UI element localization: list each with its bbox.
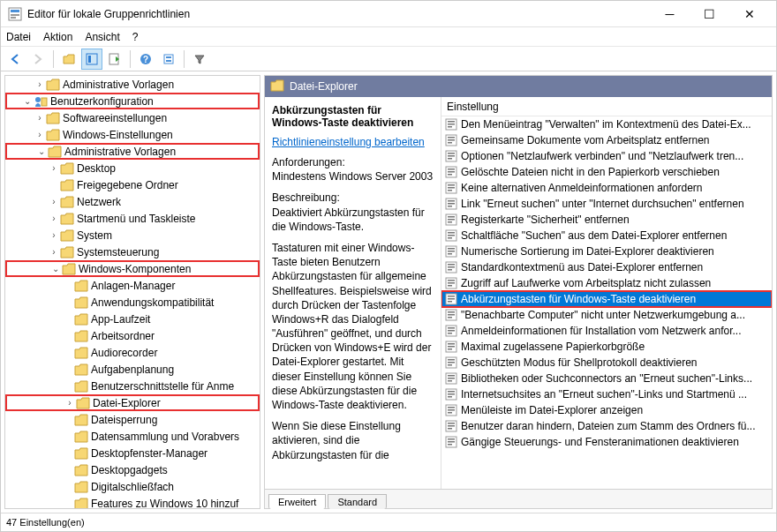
tree-item[interactable]: ›Desktop (5, 160, 260, 176)
expander-icon[interactable]: › (64, 398, 76, 408)
setting-row[interactable]: Registerkarte "Sicherheit" entfernen (441, 212, 772, 228)
folder-up-button[interactable] (58, 49, 79, 70)
expander-icon[interactable]: ⌄ (49, 264, 62, 273)
back-button[interactable] (4, 49, 26, 70)
setting-row[interactable]: Abkürzungstasten für Windows-Taste deakt… (441, 291, 772, 307)
desc-long-2: Wenn Sie diese Einstellung aktivieren, s… (272, 419, 434, 462)
properties-button[interactable] (81, 49, 102, 70)
setting-icon (445, 166, 457, 178)
setting-icon (445, 325, 457, 337)
maximize-button[interactable]: ☐ (690, 2, 729, 26)
tree-item[interactable]: App-Laufzeit (5, 311, 260, 327)
help-button[interactable]: ? (135, 49, 156, 70)
tab-erweitert[interactable]: Erweitert (268, 494, 326, 509)
tree-item[interactable]: Aufgabenplanung (5, 361, 260, 378)
setting-icon (445, 134, 457, 146)
tree-item[interactable]: ›Netzwerk (5, 193, 260, 210)
tree-item-label: Dateisperrung (91, 414, 157, 426)
tree-item-label: Freigegebene Ordner (77, 179, 178, 191)
expander-icon[interactable]: › (34, 113, 46, 123)
expander-icon[interactable]: › (48, 247, 60, 257)
setting-icon (445, 198, 457, 210)
setting-row[interactable]: Benutzer daran hindern, Dateien zum Stam… (441, 418, 772, 434)
setting-row[interactable]: Gemeinsame Dokumente vom Arbeitsplatz en… (441, 132, 772, 148)
filter-button[interactable] (189, 49, 210, 70)
tree-item[interactable]: Desktopgadgets (5, 461, 260, 478)
setting-row[interactable]: "Benachbarte Computer" nicht unter Netzw… (441, 307, 772, 323)
svg-rect-41 (448, 221, 452, 223)
setting-icon (445, 229, 457, 242)
tree-item[interactable]: ⌄Windows-Komponenten (5, 260, 260, 277)
setting-row[interactable]: Maximal zugelassene Papierkorbgröße (441, 339, 772, 355)
settings-list[interactable]: Den Menüeintrag "Verwalten" im Kontextme… (441, 116, 772, 489)
svg-rect-79 (448, 375, 455, 377)
setting-row[interactable]: Gelöschte Dateien nicht in den Papierkor… (441, 164, 772, 180)
tree-item[interactable]: Datensammlung und Vorabvers (5, 428, 260, 445)
req-label: Anforderungen: (272, 156, 345, 169)
menu-action[interactable]: Aktion (43, 31, 72, 43)
tree-item[interactable]: Digitalschließfach (5, 478, 260, 495)
expander-icon[interactable]: › (48, 214, 60, 223)
tree-item[interactable]: ›Datei-Explorer (5, 394, 260, 411)
tree-item[interactable]: ›Administrative Vorlagen (5, 76, 260, 93)
setting-row[interactable]: Gängige Steuerungs- und Fensteranimation… (441, 434, 772, 450)
expander-icon[interactable]: › (48, 230, 60, 240)
setting-row[interactable]: Schaltfläche "Suchen" aus dem Datei-Expl… (441, 228, 772, 244)
desc-value: Deaktiviert Abkürzungstasten für die Win… (272, 206, 425, 233)
settings-col-header[interactable]: Einstellung (441, 97, 772, 116)
expander-icon[interactable]: ⌄ (21, 96, 34, 106)
tree-item[interactable]: Benutzerschnittstelle für Anme (5, 378, 260, 394)
tree-item[interactable]: ›Startmenü und Taskleiste (5, 210, 260, 227)
setting-row[interactable]: Link "Erneut suchen" unter "Internet dur… (441, 196, 772, 212)
tree-item[interactable]: ›Windows-Einstellungen (5, 126, 260, 143)
setting-row[interactable]: Keine alternativen Anmeldeinformationen … (441, 180, 772, 196)
setting-row[interactable]: Anmeldeinformationen für Installation vo… (441, 323, 772, 339)
menu-view[interactable]: Ansicht (85, 31, 119, 43)
tree-item[interactable]: Desktopfenster-Manager (5, 445, 260, 461)
setting-row[interactable]: Standardkontextmenü aus Datei-Explorer e… (441, 259, 772, 275)
tree-item[interactable]: ›System (5, 227, 260, 244)
tree-item[interactable]: ⌄Benutzerkonfiguration (5, 93, 260, 109)
tree-item[interactable]: ›Softwareeinstellungen (5, 109, 260, 126)
svg-rect-31 (448, 184, 455, 186)
setting-row[interactable]: Internetsuchsites an "Erneut suchen"-Lin… (441, 386, 772, 402)
refresh-button[interactable] (158, 49, 179, 70)
tree-item-label: Anwendungskompatibilität (91, 296, 214, 309)
tree-panel[interactable]: ›Administrative Vorlagen⌄Benutzerkonfigu… (4, 75, 260, 509)
expander-icon[interactable]: ⌄ (35, 146, 48, 156)
setting-row[interactable]: Geschützten Modus für Shellprotokoll dea… (441, 355, 772, 371)
svg-rect-64 (448, 314, 455, 316)
tree-item-label: Windows-Komponenten (79, 263, 191, 275)
tree-item[interactable]: ⌄Administrative Vorlagen (5, 143, 260, 160)
expander-icon[interactable]: › (48, 163, 60, 173)
tree-item[interactable]: ›Systemsteuerung (5, 244, 260, 260)
close-button[interactable]: ✕ (729, 2, 769, 26)
setting-row[interactable]: Zugriff auf Laufwerke vom Arbeitsplatz n… (441, 275, 772, 291)
tree-item[interactable]: Features zu Windows 10 hinzuf (5, 495, 260, 509)
folder-icon (76, 397, 90, 409)
tree-item[interactable]: Arbeitsordner (5, 327, 260, 344)
setting-row[interactable]: Den Menüeintrag "Verwalten" im Kontextme… (441, 116, 772, 132)
setting-row[interactable]: Bibliotheken oder Suchconnectors an "Ern… (441, 371, 772, 386)
tree-item-label: App-Laufzeit (91, 313, 150, 326)
edit-policy-link[interactable]: Richtlinieneinstellung bearbeiten (272, 136, 425, 148)
setting-row[interactable]: Numerische Sortierung im Datei-Explorer … (441, 244, 772, 259)
setting-label: Zugriff auf Laufwerke vom Arbeitsplatz n… (461, 277, 711, 289)
forward-button[interactable] (27, 49, 49, 70)
menu-file[interactable]: Datei (6, 31, 31, 43)
setting-label: Bibliotheken oder Suchconnectors an "Ern… (461, 372, 752, 385)
tab-standard[interactable]: Standard (328, 494, 387, 509)
minimize-button[interactable]: ─ (650, 2, 690, 26)
tree-item[interactable]: Audiorecorder (5, 344, 260, 361)
menu-help[interactable]: ? (132, 31, 139, 43)
expander-icon[interactable]: › (34, 79, 46, 89)
tree-item[interactable]: Anwendungskompatibilität (5, 294, 260, 311)
tree-item[interactable]: Freigegebene Ordner (5, 176, 260, 193)
tree-item[interactable]: Dateisperrung (5, 411, 260, 428)
setting-row[interactable]: Menüleiste im Datei-Explorer anzeigen (441, 402, 772, 418)
tree-item[interactable]: Anlagen-Manager (5, 277, 260, 294)
setting-row[interactable]: Optionen "Netzlaufwerk verbinden" und "N… (441, 148, 772, 164)
export-button[interactable] (104, 49, 125, 70)
expander-icon[interactable]: › (48, 197, 60, 206)
expander-icon[interactable]: › (34, 130, 46, 139)
